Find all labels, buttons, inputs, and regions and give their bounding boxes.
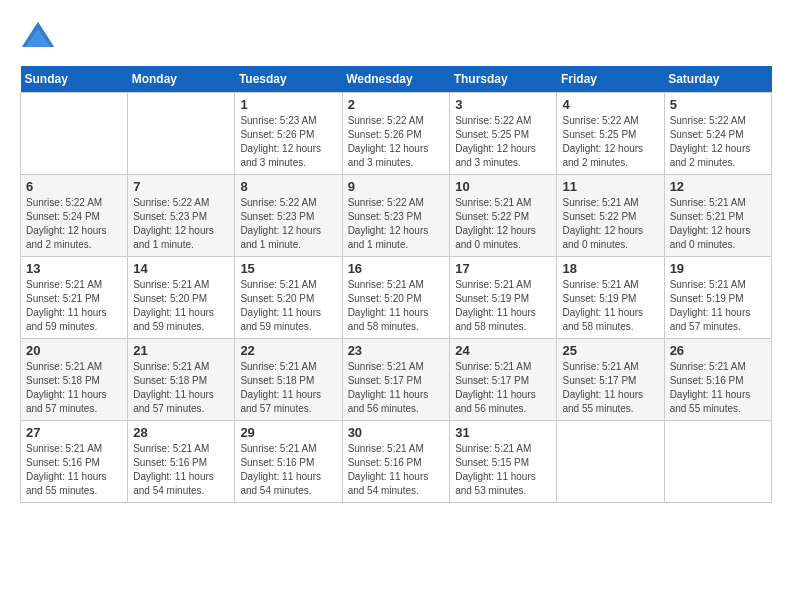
- calendar-cell: 4Sunrise: 5:22 AMSunset: 5:25 PMDaylight…: [557, 93, 664, 175]
- calendar-cell: 13Sunrise: 5:21 AMSunset: 5:21 PMDayligh…: [21, 257, 128, 339]
- day-number: 30: [348, 425, 445, 440]
- calendar-table: SundayMondayTuesdayWednesdayThursdayFrid…: [20, 66, 772, 503]
- day-number: 19: [670, 261, 766, 276]
- day-info: Sunrise: 5:21 AMSunset: 5:19 PMDaylight:…: [670, 278, 766, 334]
- calendar-cell: 9Sunrise: 5:22 AMSunset: 5:23 PMDaylight…: [342, 175, 450, 257]
- logo-icon: [20, 20, 56, 56]
- calendar-cell: 28Sunrise: 5:21 AMSunset: 5:16 PMDayligh…: [128, 421, 235, 503]
- logo: [20, 20, 62, 56]
- day-number: 24: [455, 343, 551, 358]
- day-number: 11: [562, 179, 658, 194]
- day-number: 9: [348, 179, 445, 194]
- day-number: 25: [562, 343, 658, 358]
- calendar-cell: 11Sunrise: 5:21 AMSunset: 5:22 PMDayligh…: [557, 175, 664, 257]
- day-info: Sunrise: 5:21 AMSunset: 5:16 PMDaylight:…: [670, 360, 766, 416]
- day-number: 29: [240, 425, 336, 440]
- day-info: Sunrise: 5:21 AMSunset: 5:20 PMDaylight:…: [133, 278, 229, 334]
- weekday-header: Friday: [557, 66, 664, 93]
- day-number: 1: [240, 97, 336, 112]
- weekday-header-row: SundayMondayTuesdayWednesdayThursdayFrid…: [21, 66, 772, 93]
- day-info: Sunrise: 5:21 AMSunset: 5:18 PMDaylight:…: [240, 360, 336, 416]
- calendar-cell: 1Sunrise: 5:23 AMSunset: 5:26 PMDaylight…: [235, 93, 342, 175]
- day-info: Sunrise: 5:21 AMSunset: 5:18 PMDaylight:…: [26, 360, 122, 416]
- day-info: Sunrise: 5:22 AMSunset: 5:24 PMDaylight:…: [670, 114, 766, 170]
- day-info: Sunrise: 5:21 AMSunset: 5:18 PMDaylight:…: [133, 360, 229, 416]
- day-number: 12: [670, 179, 766, 194]
- day-number: 16: [348, 261, 445, 276]
- day-info: Sunrise: 5:22 AMSunset: 5:24 PMDaylight:…: [26, 196, 122, 252]
- day-number: 26: [670, 343, 766, 358]
- day-number: 10: [455, 179, 551, 194]
- calendar-cell: 17Sunrise: 5:21 AMSunset: 5:19 PMDayligh…: [450, 257, 557, 339]
- day-info: Sunrise: 5:21 AMSunset: 5:16 PMDaylight:…: [348, 442, 445, 498]
- day-info: Sunrise: 5:21 AMSunset: 5:21 PMDaylight:…: [26, 278, 122, 334]
- calendar-cell: 18Sunrise: 5:21 AMSunset: 5:19 PMDayligh…: [557, 257, 664, 339]
- calendar-cell: 27Sunrise: 5:21 AMSunset: 5:16 PMDayligh…: [21, 421, 128, 503]
- calendar-cell: 8Sunrise: 5:22 AMSunset: 5:23 PMDaylight…: [235, 175, 342, 257]
- day-number: 15: [240, 261, 336, 276]
- day-info: Sunrise: 5:21 AMSunset: 5:16 PMDaylight:…: [26, 442, 122, 498]
- day-info: Sunrise: 5:21 AMSunset: 5:22 PMDaylight:…: [562, 196, 658, 252]
- day-info: Sunrise: 5:22 AMSunset: 5:25 PMDaylight:…: [455, 114, 551, 170]
- calendar-cell: [664, 421, 771, 503]
- calendar-cell: 6Sunrise: 5:22 AMSunset: 5:24 PMDaylight…: [21, 175, 128, 257]
- day-number: 21: [133, 343, 229, 358]
- day-info: Sunrise: 5:21 AMSunset: 5:16 PMDaylight:…: [240, 442, 336, 498]
- weekday-header: Wednesday: [342, 66, 450, 93]
- weekday-header: Thursday: [450, 66, 557, 93]
- calendar-cell: 22Sunrise: 5:21 AMSunset: 5:18 PMDayligh…: [235, 339, 342, 421]
- day-info: Sunrise: 5:22 AMSunset: 5:23 PMDaylight:…: [240, 196, 336, 252]
- day-info: Sunrise: 5:22 AMSunset: 5:25 PMDaylight:…: [562, 114, 658, 170]
- day-info: Sunrise: 5:22 AMSunset: 5:23 PMDaylight:…: [348, 196, 445, 252]
- day-info: Sunrise: 5:21 AMSunset: 5:17 PMDaylight:…: [562, 360, 658, 416]
- calendar-cell: 19Sunrise: 5:21 AMSunset: 5:19 PMDayligh…: [664, 257, 771, 339]
- calendar-cell: 21Sunrise: 5:21 AMSunset: 5:18 PMDayligh…: [128, 339, 235, 421]
- day-number: 7: [133, 179, 229, 194]
- day-number: 13: [26, 261, 122, 276]
- day-info: Sunrise: 5:21 AMSunset: 5:22 PMDaylight:…: [455, 196, 551, 252]
- calendar-cell: [557, 421, 664, 503]
- calendar-week-row: 1Sunrise: 5:23 AMSunset: 5:26 PMDaylight…: [21, 93, 772, 175]
- day-number: 4: [562, 97, 658, 112]
- day-number: 22: [240, 343, 336, 358]
- day-number: 2: [348, 97, 445, 112]
- day-number: 23: [348, 343, 445, 358]
- weekday-header: Monday: [128, 66, 235, 93]
- day-info: Sunrise: 5:23 AMSunset: 5:26 PMDaylight:…: [240, 114, 336, 170]
- day-info: Sunrise: 5:21 AMSunset: 5:21 PMDaylight:…: [670, 196, 766, 252]
- day-info: Sunrise: 5:21 AMSunset: 5:19 PMDaylight:…: [562, 278, 658, 334]
- day-info: Sunrise: 5:21 AMSunset: 5:17 PMDaylight:…: [348, 360, 445, 416]
- day-info: Sunrise: 5:22 AMSunset: 5:23 PMDaylight:…: [133, 196, 229, 252]
- calendar-cell: 10Sunrise: 5:21 AMSunset: 5:22 PMDayligh…: [450, 175, 557, 257]
- day-number: 6: [26, 179, 122, 194]
- day-number: 17: [455, 261, 551, 276]
- calendar-cell: 5Sunrise: 5:22 AMSunset: 5:24 PMDaylight…: [664, 93, 771, 175]
- calendar-week-row: 20Sunrise: 5:21 AMSunset: 5:18 PMDayligh…: [21, 339, 772, 421]
- day-info: Sunrise: 5:21 AMSunset: 5:20 PMDaylight:…: [348, 278, 445, 334]
- day-number: 3: [455, 97, 551, 112]
- calendar-cell: 23Sunrise: 5:21 AMSunset: 5:17 PMDayligh…: [342, 339, 450, 421]
- day-number: 5: [670, 97, 766, 112]
- day-info: Sunrise: 5:21 AMSunset: 5:15 PMDaylight:…: [455, 442, 551, 498]
- calendar-cell: 29Sunrise: 5:21 AMSunset: 5:16 PMDayligh…: [235, 421, 342, 503]
- calendar-cell: 30Sunrise: 5:21 AMSunset: 5:16 PMDayligh…: [342, 421, 450, 503]
- day-info: Sunrise: 5:22 AMSunset: 5:26 PMDaylight:…: [348, 114, 445, 170]
- day-info: Sunrise: 5:21 AMSunset: 5:17 PMDaylight:…: [455, 360, 551, 416]
- calendar-cell: 12Sunrise: 5:21 AMSunset: 5:21 PMDayligh…: [664, 175, 771, 257]
- day-number: 31: [455, 425, 551, 440]
- calendar-cell: 26Sunrise: 5:21 AMSunset: 5:16 PMDayligh…: [664, 339, 771, 421]
- calendar-cell: 25Sunrise: 5:21 AMSunset: 5:17 PMDayligh…: [557, 339, 664, 421]
- day-info: Sunrise: 5:21 AMSunset: 5:20 PMDaylight:…: [240, 278, 336, 334]
- calendar-cell: 16Sunrise: 5:21 AMSunset: 5:20 PMDayligh…: [342, 257, 450, 339]
- calendar-cell: 15Sunrise: 5:21 AMSunset: 5:20 PMDayligh…: [235, 257, 342, 339]
- calendar-cell: 20Sunrise: 5:21 AMSunset: 5:18 PMDayligh…: [21, 339, 128, 421]
- calendar-week-row: 13Sunrise: 5:21 AMSunset: 5:21 PMDayligh…: [21, 257, 772, 339]
- day-number: 27: [26, 425, 122, 440]
- day-number: 8: [240, 179, 336, 194]
- calendar-week-row: 27Sunrise: 5:21 AMSunset: 5:16 PMDayligh…: [21, 421, 772, 503]
- day-number: 14: [133, 261, 229, 276]
- day-number: 20: [26, 343, 122, 358]
- day-info: Sunrise: 5:21 AMSunset: 5:16 PMDaylight:…: [133, 442, 229, 498]
- weekday-header: Sunday: [21, 66, 128, 93]
- weekday-header: Tuesday: [235, 66, 342, 93]
